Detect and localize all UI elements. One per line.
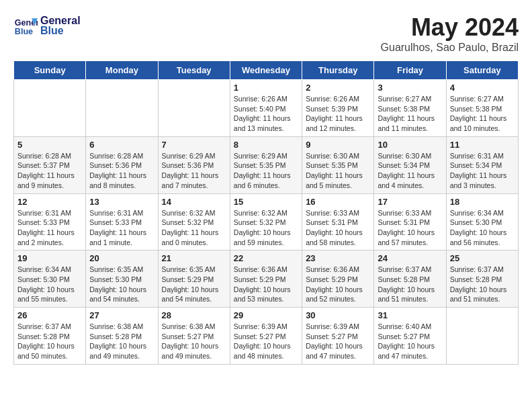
svg-text:Blue: Blue [15,27,33,36]
calendar-week-5: 26Sunrise: 6:37 AM Sunset: 5:28 PM Dayli… [14,308,519,365]
day-number: 8 [234,140,298,150]
calendar-cell: 13Sunrise: 6:31 AM Sunset: 5:33 PM Dayli… [86,193,158,250]
weekday-header-thursday: Thursday [302,61,374,80]
day-number: 21 [162,253,226,263]
calendar-table: SundayMondayTuesdayWednesdayThursdayFrid… [13,60,519,365]
weekday-header-monday: Monday [86,61,158,80]
calendar-cell: 29Sunrise: 6:39 AM Sunset: 5:27 PM Dayli… [230,308,302,365]
day-number: 31 [378,310,442,320]
calendar-cell: 27Sunrise: 6:38 AM Sunset: 5:28 PM Dayli… [86,308,158,365]
day-number: 26 [17,310,82,320]
calendar-cell: 15Sunrise: 6:32 AM Sunset: 5:32 PM Dayli… [230,193,302,250]
day-number: 1 [234,83,298,93]
day-number: 3 [378,83,442,93]
calendar-cell: 19Sunrise: 6:34 AM Sunset: 5:30 PM Dayli… [14,250,86,308]
day-number: 11 [450,140,515,150]
day-info: Sunrise: 6:36 AM Sunset: 5:29 PM Dayligh… [306,265,370,304]
day-number: 23 [306,253,370,263]
day-number: 16 [306,197,370,207]
day-info: Sunrise: 6:35 AM Sunset: 5:29 PM Dayligh… [162,265,226,304]
day-info: Sunrise: 6:31 AM Sunset: 5:34 PM Dayligh… [450,151,515,191]
calendar-cell: 20Sunrise: 6:35 AM Sunset: 5:30 PM Dayli… [86,250,158,308]
day-number: 18 [450,197,515,207]
day-info: Sunrise: 6:30 AM Sunset: 5:34 PM Dayligh… [378,151,442,191]
day-number: 17 [378,197,442,207]
calendar-cell [14,80,86,137]
day-number: 7 [162,140,226,150]
day-number: 5 [17,140,82,150]
day-info: Sunrise: 6:27 AM Sunset: 5:38 PM Dayligh… [450,94,515,134]
day-info: Sunrise: 6:38 AM Sunset: 5:28 PM Dayligh… [89,322,154,361]
day-number: 28 [162,310,226,320]
weekday-header-saturday: Saturday [446,61,518,80]
day-info: Sunrise: 6:28 AM Sunset: 5:36 PM Dayligh… [89,151,154,191]
calendar-header: SundayMondayTuesdayWednesdayThursdayFrid… [14,61,519,80]
page-header: General Blue General Blue May 2024 Guaru… [13,13,519,54]
calendar-cell: 12Sunrise: 6:31 AM Sunset: 5:33 PM Dayli… [14,193,86,250]
calendar-week-3: 12Sunrise: 6:31 AM Sunset: 5:33 PM Dayli… [14,193,519,250]
weekday-header-sunday: Sunday [14,61,86,80]
calendar-cell: 25Sunrise: 6:37 AM Sunset: 5:28 PM Dayli… [446,250,518,308]
day-info: Sunrise: 6:28 AM Sunset: 5:37 PM Dayligh… [17,151,82,191]
logo-icon: General Blue [13,13,38,38]
calendar-cell: 28Sunrise: 6:38 AM Sunset: 5:27 PM Dayli… [158,308,230,365]
day-number: 29 [234,310,298,320]
day-number: 24 [378,253,442,263]
day-info: Sunrise: 6:39 AM Sunset: 5:27 PM Dayligh… [306,322,370,361]
calendar-cell: 14Sunrise: 6:32 AM Sunset: 5:32 PM Dayli… [158,193,230,250]
day-number: 20 [89,253,154,263]
calendar-body: 1Sunrise: 6:26 AM Sunset: 5:40 PM Daylig… [14,80,519,365]
day-number: 27 [89,310,154,320]
day-number: 10 [378,140,442,150]
calendar-cell: 16Sunrise: 6:33 AM Sunset: 5:31 PM Dayli… [302,193,374,250]
logo-text: General Blue [40,14,81,37]
calendar-cell: 2Sunrise: 6:26 AM Sunset: 5:39 PM Daylig… [302,80,374,137]
calendar-cell: 22Sunrise: 6:36 AM Sunset: 5:29 PM Dayli… [230,250,302,308]
day-number: 15 [234,197,298,207]
logo: General Blue General Blue [13,13,81,38]
weekday-header-friday: Friday [374,61,446,80]
day-info: Sunrise: 6:40 AM Sunset: 5:27 PM Dayligh… [378,322,442,361]
calendar-cell: 5Sunrise: 6:28 AM Sunset: 5:37 PM Daylig… [14,136,86,193]
weekday-header-tuesday: Tuesday [158,61,230,80]
day-info: Sunrise: 6:33 AM Sunset: 5:31 PM Dayligh… [378,208,442,248]
calendar-cell: 30Sunrise: 6:39 AM Sunset: 5:27 PM Dayli… [302,308,374,365]
day-number: 25 [450,253,515,263]
day-info: Sunrise: 6:32 AM Sunset: 5:32 PM Dayligh… [162,208,226,248]
calendar-cell: 31Sunrise: 6:40 AM Sunset: 5:27 PM Dayli… [374,308,446,365]
day-info: Sunrise: 6:37 AM Sunset: 5:28 PM Dayligh… [17,322,82,361]
day-info: Sunrise: 6:36 AM Sunset: 5:29 PM Dayligh… [234,265,298,304]
day-info: Sunrise: 6:35 AM Sunset: 5:30 PM Dayligh… [89,265,154,304]
weekday-header-row: SundayMondayTuesdayWednesdayThursdayFrid… [14,61,519,80]
day-number: 4 [450,83,515,93]
calendar-cell: 18Sunrise: 6:34 AM Sunset: 5:30 PM Dayli… [446,193,518,250]
day-number: 13 [89,197,154,207]
day-info: Sunrise: 6:31 AM Sunset: 5:33 PM Dayligh… [89,208,154,248]
day-info: Sunrise: 6:34 AM Sunset: 5:30 PM Dayligh… [450,208,515,248]
calendar-cell: 17Sunrise: 6:33 AM Sunset: 5:31 PM Dayli… [374,193,446,250]
day-number: 30 [306,310,370,320]
day-number: 9 [306,140,370,150]
calendar-cell: 4Sunrise: 6:27 AM Sunset: 5:38 PM Daylig… [446,80,518,137]
day-info: Sunrise: 6:27 AM Sunset: 5:38 PM Dayligh… [378,94,442,134]
day-number: 6 [89,140,154,150]
title-block: May 2024 Guarulhos, Sao Paulo, Brazil [381,13,519,54]
day-info: Sunrise: 6:26 AM Sunset: 5:40 PM Dayligh… [234,94,298,134]
calendar-week-4: 19Sunrise: 6:34 AM Sunset: 5:30 PM Dayli… [14,250,519,308]
calendar-cell: 1Sunrise: 6:26 AM Sunset: 5:40 PM Daylig… [230,80,302,137]
calendar-cell: 3Sunrise: 6:27 AM Sunset: 5:38 PM Daylig… [374,80,446,137]
calendar-cell: 9Sunrise: 6:30 AM Sunset: 5:35 PM Daylig… [302,136,374,193]
day-info: Sunrise: 6:33 AM Sunset: 5:31 PM Dayligh… [306,208,370,248]
calendar-cell: 23Sunrise: 6:36 AM Sunset: 5:29 PM Dayli… [302,250,374,308]
day-info: Sunrise: 6:30 AM Sunset: 5:35 PM Dayligh… [306,151,370,191]
day-number: 19 [17,253,82,263]
calendar-cell: 11Sunrise: 6:31 AM Sunset: 5:34 PM Dayli… [446,136,518,193]
day-number: 12 [17,197,82,207]
calendar-cell: 21Sunrise: 6:35 AM Sunset: 5:29 PM Dayli… [158,250,230,308]
day-info: Sunrise: 6:37 AM Sunset: 5:28 PM Dayligh… [450,265,515,304]
day-info: Sunrise: 6:37 AM Sunset: 5:28 PM Dayligh… [378,265,442,304]
calendar-cell [158,80,230,137]
day-info: Sunrise: 6:26 AM Sunset: 5:39 PM Dayligh… [306,94,370,134]
day-number: 14 [162,197,226,207]
location-subtitle: Guarulhos, Sao Paulo, Brazil [381,42,519,54]
